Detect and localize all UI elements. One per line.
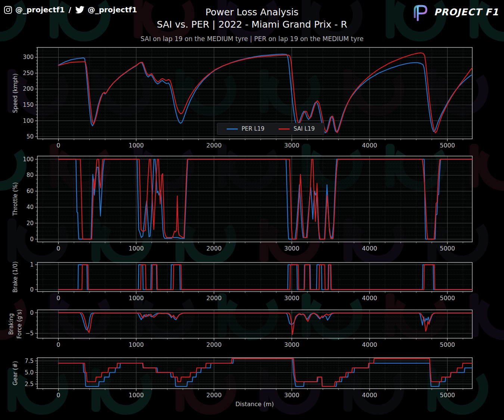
y-tick-label: 1 — [30, 261, 34, 268]
x-tick-label: 2000 — [206, 392, 222, 399]
twitter-icon — [75, 6, 85, 14]
per-line-swatch — [227, 128, 238, 130]
y-tick-label: 0 — [30, 309, 34, 316]
y-tick-label: 50 — [27, 133, 34, 140]
chart-legend: PER L19 SAI L19 — [217, 123, 324, 135]
telemetry-charts: 01000200030004000500050100150200250300Sp… — [0, 0, 504, 420]
y-tick-label: 5.0 — [25, 369, 34, 376]
y-tick-label: 150 — [23, 102, 34, 108]
x-tick-label: 2000 — [206, 341, 222, 348]
project-f1-logo-icon — [412, 2, 430, 22]
x-tick-label: 2000 — [206, 142, 222, 149]
x-tick-label: 3000 — [284, 341, 299, 348]
x-tick-label: 5000 — [440, 392, 455, 399]
x-tick-label: 3000 — [284, 295, 299, 302]
y-tick-label: 40 — [27, 204, 34, 211]
x-tick-label: 5000 — [440, 341, 455, 348]
y-axis-label: Brake (1/0) — [12, 261, 19, 293]
x-tick-label: 0 — [56, 245, 60, 252]
y-tick-label: 80 — [27, 172, 34, 178]
instagram-handle: @_projectf1 — [15, 5, 65, 14]
brake-chart: 01000200030004000500001Brake (1/0) — [12, 261, 473, 302]
x-tick-label: 1000 — [128, 142, 144, 149]
x-tick-label: 4000 — [362, 341, 377, 348]
y-tick-label: 20 — [27, 220, 34, 227]
x-tick-label: 4000 — [362, 392, 377, 399]
y-tick-label: 2.5 — [25, 381, 34, 388]
x-tick-label: 1000 — [128, 341, 144, 348]
braking-force-chart: 0100020003000400050000−5BrakingForce (g'… — [8, 309, 473, 348]
y-tick-label: 7.5 — [25, 358, 34, 364]
throttle-chart: 010002000300040005000020406080100Throttl… — [12, 156, 473, 252]
x-tick-label: 3000 — [284, 392, 299, 399]
x-axis-label: Distance (m) — [235, 401, 274, 408]
x-tick-label: 3000 — [284, 245, 299, 252]
logo-text: PROJECT F1 — [434, 7, 499, 18]
x-tick-label: 4000 — [362, 142, 377, 149]
y-tick-label: 300 — [23, 54, 34, 60]
gear-chart: 0100020003000400050002.55.07.5Gear (#) — [12, 358, 473, 399]
x-tick-label: 0 — [56, 142, 60, 149]
y-axis-label: Force (g's) — [16, 309, 23, 339]
y-axis-label: Speed (kmph) — [12, 74, 19, 113]
legend-label-sai: SAI L19 — [293, 125, 315, 132]
x-tick-label: 0 — [56, 295, 60, 302]
x-tick-label: 2000 — [206, 245, 222, 252]
y-axis-label: Throttle (%) — [12, 182, 19, 216]
y-tick-label: −5 — [25, 330, 34, 337]
twitter-handle: @_projectf1 — [88, 5, 137, 14]
x-tick-label: 3000 — [284, 142, 299, 149]
legend-item-sai: SAI L19 — [279, 125, 315, 132]
social-handles: @_projectf1 / @_projectf1 — [4, 5, 137, 14]
x-tick-label: 1000 — [128, 392, 144, 399]
y-axis-label: Gear (#) — [12, 361, 19, 385]
y-tick-label: 60 — [27, 188, 34, 195]
y-tick-label: 100 — [23, 118, 34, 124]
y-axis-label: Braking — [8, 313, 15, 335]
x-tick-label: 5000 — [440, 142, 455, 149]
x-tick-label: 5000 — [440, 295, 455, 302]
project-f1-logo: PROJECT F1 — [412, 2, 499, 22]
legend-label-per: PER L19 — [242, 125, 264, 132]
x-tick-label: 1000 — [128, 295, 144, 302]
y-tick-label: 200 — [23, 85, 34, 92]
handle-separator: / — [68, 5, 71, 14]
x-tick-label: 0 — [56, 392, 60, 399]
x-tick-label: 4000 — [362, 295, 377, 302]
lap-tyre-subtitle: SAI on lap 19 on the MEDIUM tyre | PER o… — [0, 35, 504, 43]
instagram-icon — [4, 6, 12, 14]
y-tick-label: 250 — [23, 70, 34, 77]
x-tick-label: 2000 — [206, 295, 222, 302]
x-tick-label: 5000 — [440, 245, 455, 252]
legend-item-per: PER L19 — [227, 125, 264, 132]
x-tick-label: 0 — [56, 341, 60, 348]
y-tick-label: 0 — [30, 236, 34, 243]
x-tick-label: 4000 — [362, 245, 377, 252]
y-tick-label: 100 — [23, 156, 34, 163]
y-tick-label: 0 — [30, 286, 34, 293]
sai-line-swatch — [279, 128, 290, 130]
x-tick-label: 1000 — [128, 245, 144, 252]
page: @_projectf1 / @_projectf1 Power Loss Ana… — [0, 0, 504, 420]
